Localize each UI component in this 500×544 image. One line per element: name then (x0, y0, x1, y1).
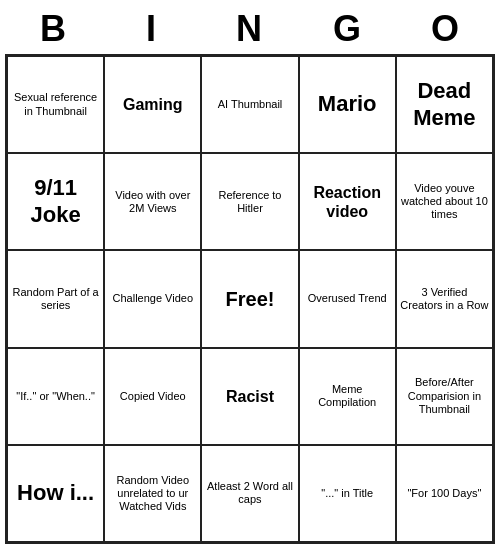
cell-r2-c2[interactable]: Free! (201, 250, 298, 347)
cell-r4-c0[interactable]: How i... (7, 445, 104, 542)
cell-r3-c3[interactable]: Meme Compilation (299, 348, 396, 445)
cell-r2-c3[interactable]: Overused Trend (299, 250, 396, 347)
title-o: O (402, 8, 490, 50)
cell-r0-c0[interactable]: Sexual reference in Thumbnail (7, 56, 104, 153)
cell-r4-c2[interactable]: Atleast 2 Word all caps (201, 445, 298, 542)
cell-r1-c4[interactable]: Video youve watched about 10 times (396, 153, 493, 250)
cell-r2-c0[interactable]: Random Part of a series (7, 250, 104, 347)
cell-r3-c2[interactable]: Racist (201, 348, 298, 445)
cell-r4-c1[interactable]: Random Video unrelated to ur Watched Vid… (104, 445, 201, 542)
cell-r0-c3[interactable]: Mario (299, 56, 396, 153)
cell-r3-c0[interactable]: "If.." or "When.." (7, 348, 104, 445)
bingo-title: B I N G O (5, 0, 495, 54)
cell-r4-c4[interactable]: "For 100 Days" (396, 445, 493, 542)
cell-r1-c3[interactable]: Reaction video (299, 153, 396, 250)
title-g: G (304, 8, 392, 50)
cell-r4-c3[interactable]: "..." in Title (299, 445, 396, 542)
bingo-grid: Sexual reference in ThumbnailGamingAI Th… (5, 54, 495, 544)
cell-r1-c2[interactable]: Reference to Hitler (201, 153, 298, 250)
cell-r1-c0[interactable]: 9/11 Joke (7, 153, 104, 250)
title-i: I (108, 8, 196, 50)
cell-r3-c4[interactable]: Before/After Comparision in Thumbnail (396, 348, 493, 445)
cell-r3-c1[interactable]: Copied Video (104, 348, 201, 445)
cell-r2-c1[interactable]: Challenge Video (104, 250, 201, 347)
title-b: B (10, 8, 98, 50)
cell-r1-c1[interactable]: Video with over 2M Views (104, 153, 201, 250)
cell-r0-c4[interactable]: Dead Meme (396, 56, 493, 153)
title-n: N (206, 8, 294, 50)
cell-r0-c2[interactable]: AI Thumbnail (201, 56, 298, 153)
cell-r0-c1[interactable]: Gaming (104, 56, 201, 153)
cell-r2-c4[interactable]: 3 Verified Creators in a Row (396, 250, 493, 347)
